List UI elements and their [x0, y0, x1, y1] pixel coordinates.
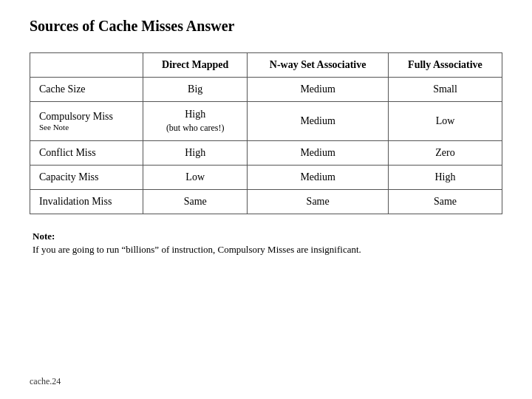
cell-cache-size-nway: Medium: [248, 78, 389, 102]
table-row: Capacity Miss Low Medium High: [30, 166, 502, 190]
note-label: Note:: [33, 231, 502, 242]
page-title: Sources of Cache Misses Answer: [30, 18, 502, 35]
cell-compulsory-fully: Low: [388, 102, 502, 141]
cell-cache-size-fully: Small: [388, 78, 502, 102]
cell-conflict-direct: High: [143, 141, 248, 166]
cell-conflict-nway: Medium: [248, 141, 389, 166]
cell-invalidation-nway: Same: [248, 190, 389, 214]
note-section: Note: If you are going to run “billions”…: [30, 231, 502, 256]
row-label-capacity: Capacity Miss: [30, 166, 143, 190]
table-row: Compulsory Miss See Note High (but who c…: [30, 102, 502, 141]
header-nway: N-way Set Associative: [248, 53, 389, 78]
header-fully-assoc: Fully Associative: [388, 53, 502, 78]
cell-capacity-fully: High: [388, 166, 502, 190]
row-label-cache-size: Cache Size: [30, 78, 143, 102]
cell-capacity-direct: Low: [143, 166, 248, 190]
row-label-invalidation: Invalidation Miss: [30, 190, 143, 214]
cache-misses-table: Direct Mapped N-way Set Associative Full…: [30, 52, 502, 214]
row-label-conflict: Conflict Miss: [30, 141, 143, 166]
cell-cache-size-direct: Big: [143, 78, 248, 102]
cell-capacity-nway: Medium: [248, 166, 389, 190]
header-empty: [30, 53, 143, 78]
cell-invalidation-direct: Same: [143, 190, 248, 214]
table-wrapper: Direct Mapped N-way Set Associative Full…: [30, 52, 502, 214]
cell-conflict-fully: Zero: [388, 141, 502, 166]
cell-invalidation-fully: Same: [388, 190, 502, 214]
note-text: If you are going to run “billions” of in…: [33, 244, 502, 256]
cell-compulsory-nway: Medium: [248, 102, 389, 141]
header-direct-mapped: Direct Mapped: [143, 53, 248, 78]
cell-compulsory-direct: High (but who cares!): [143, 102, 248, 141]
page: Sources of Cache Misses Answer Direct Ma…: [0, 0, 532, 399]
footer-label: cache.24: [30, 376, 502, 387]
row-label-compulsory: Compulsory Miss See Note: [30, 102, 143, 141]
table-row: Cache Size Big Medium Small: [30, 78, 502, 102]
table-row: Conflict Miss High Medium Zero: [30, 141, 502, 166]
table-row: Invalidation Miss Same Same Same: [30, 190, 502, 214]
